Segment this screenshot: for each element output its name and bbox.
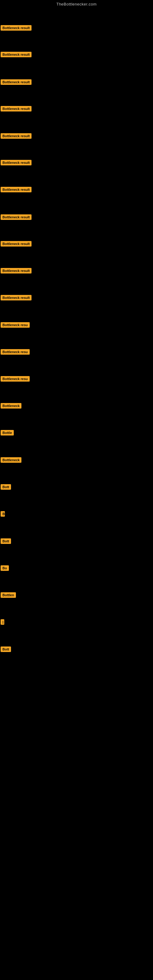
badge-label: Bott bbox=[1, 484, 11, 490]
bottleneck-result-badge: Bottleneck result bbox=[1, 160, 32, 167]
badge-label: Bottleneck result bbox=[1, 106, 32, 111]
badge-label: Bottleneck result bbox=[1, 160, 32, 165]
bottleneck-result-badge: Bottleneck result bbox=[1, 79, 32, 86]
badge-label: Bott bbox=[1, 646, 11, 652]
bottleneck-result-badge: Bottleneck result bbox=[1, 295, 32, 302]
badge-label: Bottleneck result bbox=[1, 187, 32, 192]
badge-label: Bottleneck result bbox=[1, 79, 32, 85]
badge-label: B bbox=[1, 511, 5, 517]
badge-label: Bottleneck result bbox=[1, 52, 32, 57]
bottleneck-result-badge: Bottleneck result bbox=[1, 106, 32, 113]
badge-label: Bottleneck bbox=[1, 403, 21, 409]
badge-label: Bottleneck resu bbox=[1, 349, 30, 355]
bottleneck-result-badge: Bottleneck result bbox=[1, 52, 32, 59]
bottleneck-result-badge: Bottleneck resu bbox=[1, 376, 30, 383]
bottleneck-result-badge: Bo bbox=[1, 565, 9, 572]
badge-label: Bottleneck result bbox=[1, 295, 32, 301]
bottleneck-result-badge: Bottleneck bbox=[1, 457, 21, 464]
badge-label: Bottleneck resu bbox=[1, 376, 30, 382]
badge-label: Bottleneck bbox=[1, 457, 21, 463]
bottleneck-result-badge: | bbox=[1, 619, 4, 626]
bottleneck-result-badge: Bott bbox=[1, 646, 11, 653]
bottleneck-result-badge: Bottleneck result bbox=[1, 241, 32, 248]
badge-label: Bottle bbox=[1, 430, 14, 436]
badge-label: Bottlen bbox=[1, 592, 16, 598]
badge-label: Bottleneck result bbox=[1, 268, 32, 274]
bottleneck-result-badge: Bottleneck result bbox=[1, 25, 32, 32]
site-title: TheBottlenecker.com bbox=[0, 0, 153, 8]
bottleneck-result-badge: Bottleneck resu bbox=[1, 349, 30, 356]
badge-label: Bo bbox=[1, 565, 9, 571]
bottleneck-result-badge: B bbox=[1, 511, 5, 518]
badge-label: Bottleneck result bbox=[1, 215, 32, 220]
bottleneck-result-badge: Bottleneck result bbox=[1, 187, 32, 194]
badge-label: Bottleneck resu bbox=[1, 322, 30, 328]
badge-label: Bottleneck result bbox=[1, 241, 32, 247]
bottleneck-result-badge: Bottleneck resu bbox=[1, 322, 30, 329]
bottleneck-result-badge: Bottle bbox=[1, 430, 14, 437]
badge-label: Bott bbox=[1, 538, 11, 544]
bottleneck-result-badge: Bottleneck result bbox=[1, 133, 32, 140]
bottleneck-result-badge: Bott bbox=[1, 538, 11, 545]
badge-label: Bottleneck result bbox=[1, 25, 32, 30]
bottleneck-result-badge: Bott bbox=[1, 484, 11, 491]
bottleneck-result-badge: Bottlen bbox=[1, 592, 16, 599]
badge-label: Bottleneck result bbox=[1, 133, 32, 139]
bottleneck-result-badge: Bottleneck result bbox=[1, 268, 32, 275]
bottleneck-result-badge: Bottleneck bbox=[1, 403, 21, 410]
bottleneck-result-badge: Bottleneck result bbox=[1, 215, 32, 221]
badge-label: | bbox=[1, 619, 4, 625]
